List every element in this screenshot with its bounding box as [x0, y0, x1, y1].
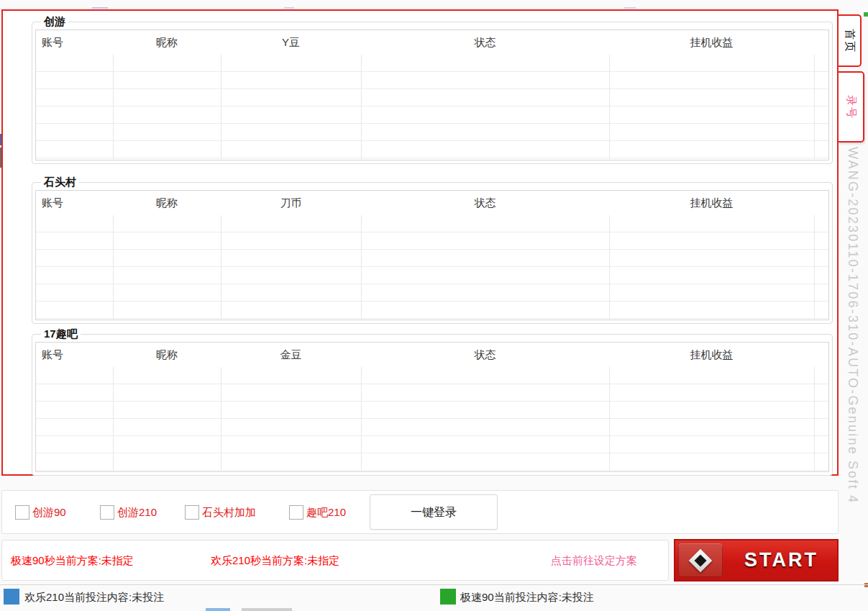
column-divider — [609, 367, 610, 471]
desktop-artifact — [242, 608, 292, 611]
column-divider — [361, 215, 362, 319]
group-label: 石头村 — [41, 176, 79, 189]
bottom-separator — [0, 584, 868, 585]
green-status-swatch — [440, 589, 456, 605]
table-body — [36, 367, 828, 471]
column-divider — [814, 215, 815, 319]
one-click-login-button[interactable]: 一键登录 — [370, 494, 498, 530]
checkbox-shitoucun-jiajia[interactable]: 石头村加加 — [185, 504, 256, 520]
column-header: Y豆 — [221, 30, 361, 55]
group-label: 创游 — [41, 15, 68, 28]
checkbox-label: 创游210 — [117, 504, 157, 520]
column-header: 挂机收益 — [609, 30, 814, 55]
column-divider — [361, 367, 362, 471]
column-header: 金豆 — [221, 343, 361, 367]
checkbox-box — [100, 505, 114, 520]
accounts-table-shitoucun[interactable]: 账号 昵称 刀币 状态 挂机收益 — [35, 190, 829, 320]
quick-select-panel: 创游90 创游210 石头村加加 趣吧210 一键登录 — [1, 490, 839, 534]
accounts-table-17quba[interactable]: 账号 昵称 金豆 状态 挂机收益 — [35, 342, 829, 472]
group-label: 17趣吧 — [41, 327, 81, 340]
column-divider — [113, 215, 114, 319]
column-header: 昵称 — [113, 191, 221, 215]
column-header: 状态 — [361, 30, 609, 55]
checkbox-box — [15, 505, 29, 520]
column-header: 刀币 — [221, 191, 361, 215]
speed90-plan-status: 极速90秒当前方案:未指定 — [11, 540, 134, 580]
column-divider — [609, 215, 610, 319]
desktop-artifact — [206, 608, 230, 611]
column-header: 昵称 — [113, 343, 221, 367]
table-body — [36, 215, 828, 320]
column-header: 昵称 — [113, 30, 221, 55]
accounts-table-chuangyou[interactable]: 账号 昵称 Y豆 状态 挂机收益 — [35, 30, 829, 160]
desktop-artifact — [864, 583, 868, 587]
table-header: 账号 昵称 Y豆 状态 挂机收益 — [36, 30, 828, 55]
setup-plan-link[interactable]: 点击前往设定方案 — [551, 540, 637, 580]
plan-status-panel: 极速90秒当前方案:未指定 欢乐210秒当前方案:未指定 点击前往设定方案 — [1, 540, 669, 581]
desktop-artifact — [92, 7, 108, 9]
desktop-artifact-dot — [864, 12, 868, 17]
column-header: 账号 — [42, 191, 63, 215]
desktop-artifact-line — [0, 8, 836, 9]
column-divider — [113, 55, 114, 159]
checkbox-label: 创游90 — [32, 504, 66, 520]
column-divider — [814, 55, 815, 159]
column-divider — [113, 367, 114, 471]
diamond-icon — [678, 543, 723, 577]
column-divider — [221, 367, 221, 471]
tab-home-label: 首页 — [843, 29, 856, 53]
column-header: 状态 — [361, 343, 609, 367]
tab-record-accounts[interactable]: 录号 — [839, 71, 864, 142]
checkbox-label: 趣吧210 — [306, 504, 346, 520]
checkbox-label: 石头村加加 — [202, 504, 256, 520]
checkbox-chuangyou210[interactable]: 创游210 — [100, 504, 157, 520]
speed90-bet-status: 极速90当前投注内容:未投注 — [460, 589, 594, 605]
table-header: 账号 昵称 刀币 状态 挂机收益 — [36, 191, 828, 215]
group-chuangyou: 创游 账号 昵称 Y豆 状态 挂机收益 — [32, 22, 833, 164]
column-header: 状态 — [361, 191, 609, 215]
start-button-label: START — [726, 540, 837, 580]
column-divider — [221, 215, 221, 319]
checkbox-box — [289, 505, 303, 520]
table-body — [36, 55, 828, 160]
checkbox-chuangyou90[interactable]: 创游90 — [15, 504, 66, 520]
accounts-panel: 创游 账号 昵称 Y豆 状态 挂机收益 石头村 账号 昵称 — [1, 9, 839, 476]
column-header: 挂机收益 — [609, 191, 814, 215]
column-header: 账号 — [42, 30, 63, 55]
column-divider — [361, 55, 362, 159]
blue-status-swatch — [4, 589, 19, 605]
column-divider — [609, 55, 610, 159]
desktop-artifact — [284, 7, 294, 9]
desktop-artifact — [624, 7, 636, 9]
checkbox-box — [185, 505, 199, 520]
checkbox-quba210[interactable]: 趣吧210 — [289, 504, 346, 520]
column-header: 挂机收益 — [609, 343, 814, 367]
group-17quba: 17趣吧 账号 昵称 金豆 状态 挂机收益 — [32, 334, 833, 476]
column-divider — [221, 55, 221, 159]
table-header: 账号 昵称 金豆 状态 挂机收益 — [36, 343, 828, 367]
column-divider — [814, 367, 815, 471]
watermark-text: WANG-20230110-1706-310-AUTO-Genuine Soft… — [845, 147, 860, 504]
happy210-bet-status: 欢乐210当前投注内容:未投注 — [24, 589, 164, 605]
happy210-plan-status: 欢乐210秒当前方案:未指定 — [211, 540, 339, 580]
tab-home[interactable]: 首页 — [839, 14, 862, 67]
tab-record-accounts-label: 录号 — [844, 95, 858, 119]
group-shitoucun: 石头村 账号 昵称 刀币 状态 挂机收益 — [32, 182, 833, 324]
start-button[interactable]: START — [674, 539, 839, 581]
column-header: 账号 — [42, 343, 63, 367]
